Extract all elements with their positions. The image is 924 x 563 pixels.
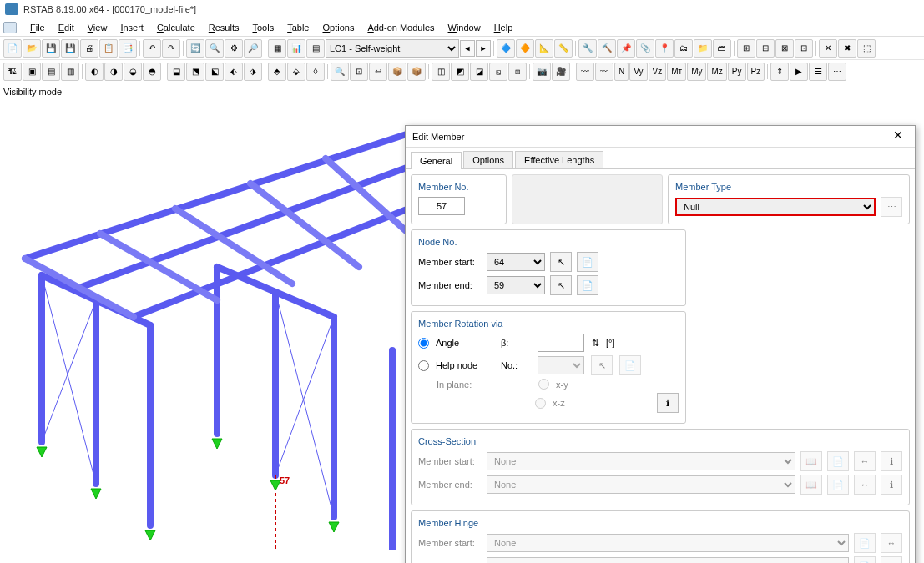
redo-icon[interactable]: ↷ (162, 39, 180, 58)
spinner-buttons-icon[interactable]: ⇅ (591, 338, 599, 349)
prev-loadcase-icon[interactable]: ◄ (460, 40, 475, 57)
undo-icon[interactable]: ↶ (143, 39, 161, 58)
menu-edit[interactable]: Edit (52, 20, 81, 35)
rotation-angle-radio[interactable] (418, 338, 429, 349)
filter-4-icon[interactable]: ⬖ (225, 63, 243, 81)
member-type-selector[interactable]: Null (675, 198, 876, 216)
member-no-input[interactable] (418, 197, 465, 215)
cam-1-icon[interactable]: 📷 (533, 63, 551, 81)
cs-start-selector[interactable]: None (487, 452, 795, 470)
new-end-node-icon[interactable]: 📄 (577, 275, 598, 295)
cs-end-library-icon[interactable]: 📖 (800, 475, 822, 495)
new-start-node-icon[interactable]: 📄 (577, 252, 598, 272)
pick-start-node-icon[interactable]: ↖ (550, 252, 572, 272)
tool-a-icon[interactable]: 🔧 (578, 39, 597, 58)
tab-options[interactable]: Options (463, 151, 513, 168)
tool-g-icon[interactable]: 📁 (694, 39, 712, 58)
tool-l-icon[interactable]: ⊡ (795, 39, 813, 58)
saveall-icon[interactable]: 💾 (61, 39, 79, 58)
dialog-titlebar[interactable]: Edit Member ✕ (406, 126, 915, 148)
zoom-window-icon[interactable]: 🔍 (331, 63, 349, 81)
view-1-icon[interactable]: 🔷 (497, 39, 515, 58)
box-2-icon[interactable]: 📦 (407, 63, 426, 81)
grid-icon[interactable]: ▦ (268, 39, 286, 58)
rotation-helpnode-radio[interactable] (418, 360, 429, 371)
menu-view[interactable]: View (81, 20, 114, 35)
menu-options[interactable]: Options (316, 20, 361, 35)
member-start-node-selector[interactable]: 64 (487, 253, 545, 271)
tool-j-icon[interactable]: ⊟ (756, 39, 775, 58)
box-1-icon[interactable]: 📦 (388, 63, 406, 81)
cs-start-info-icon[interactable]: ℹ (881, 451, 902, 471)
menu-help[interactable]: Help (487, 20, 520, 35)
view-iso-icon[interactable]: 🏗 (3, 63, 22, 81)
plane-xz-radio[interactable] (535, 398, 546, 409)
cs-end-pick-icon[interactable]: ↔ (854, 475, 876, 495)
hinge-start-edit-icon[interactable]: ↔ (881, 533, 902, 553)
display-1-icon[interactable]: ⬘ (268, 63, 286, 81)
tool-c-icon[interactable]: 📌 (617, 39, 635, 58)
tool-h-icon[interactable]: 🗃 (713, 39, 731, 58)
tab-general[interactable]: General (411, 152, 462, 169)
view-2-icon[interactable]: 🔶 (516, 39, 534, 58)
zoom-fit-icon[interactable]: ⊡ (350, 63, 368, 81)
beta-input[interactable] (538, 334, 584, 352)
tool-b-icon[interactable]: 🔨 (598, 39, 616, 58)
cs-start-new-icon[interactable]: 📄 (827, 451, 849, 471)
display-2-icon[interactable]: ⬙ (287, 63, 305, 81)
filter-3-icon[interactable]: ⬕ (205, 63, 224, 81)
calculate-icon[interactable]: ⚙ (225, 39, 243, 58)
render-2-icon[interactable]: ◑ (104, 63, 123, 81)
menu-addon-modules[interactable]: Add-on Modules (361, 20, 441, 35)
scale-icon[interactable]: ⇕ (770, 63, 789, 81)
menu-calculate[interactable]: Calculate (150, 20, 202, 35)
sel-4-icon[interactable]: ⧅ (489, 63, 507, 81)
view-top-icon[interactable]: ▣ (23, 63, 41, 81)
more-icon[interactable]: ⋯ (828, 63, 846, 81)
display-3-icon[interactable]: ◊ (306, 63, 325, 81)
cs-start-library-icon[interactable]: 📖 (800, 451, 822, 471)
printpreview-icon[interactable]: 📋 (99, 39, 118, 58)
menu-table[interactable]: Table (280, 20, 316, 35)
tool-f-icon[interactable]: 🗂 (674, 39, 693, 58)
reaction-py-icon[interactable]: Py (728, 63, 746, 81)
moment-my-icon[interactable]: My (687, 63, 706, 81)
pick-helpnode-icon[interactable]: ↖ (591, 355, 613, 375)
cs-start-pick-icon[interactable]: ↔ (854, 451, 876, 471)
plane-xy-radio[interactable] (538, 379, 549, 390)
tab-effective-lengths[interactable]: Effective Lengths (515, 151, 603, 168)
cam-2-icon[interactable]: 🎥 (552, 63, 570, 81)
render-1-icon[interactable]: ◐ (85, 63, 104, 81)
menu-tools[interactable]: Tools (245, 20, 280, 35)
tool-i-icon[interactable]: ⊞ (737, 39, 755, 58)
cs-end-selector[interactable]: None (487, 475, 795, 494)
hinge-start-selector[interactable]: None (487, 534, 849, 552)
menu-insert[interactable]: Insert (114, 20, 150, 35)
render-3-icon[interactable]: ◒ (124, 63, 142, 81)
menu-window[interactable]: Window (442, 20, 487, 35)
sel-2-icon[interactable]: ◩ (451, 63, 469, 81)
res-2-icon[interactable]: 〰 (595, 63, 613, 81)
sel-3-icon[interactable]: ◪ (470, 63, 488, 81)
view-front-icon[interactable]: ▤ (42, 63, 60, 81)
force-vz-icon[interactable]: Vz (649, 63, 667, 81)
copy-icon[interactable]: 📑 (119, 39, 137, 58)
hinge-end-new-icon[interactable]: 📄 (854, 556, 876, 563)
cs-end-new-icon[interactable]: 📄 (827, 475, 849, 495)
moment-mt-icon[interactable]: Mт (667, 63, 686, 81)
sel-5-icon[interactable]: ⧆ (508, 63, 527, 81)
print-icon[interactable]: 🖨 (80, 39, 98, 58)
sel-1-icon[interactable]: ◫ (432, 63, 450, 81)
reaction-pz-icon[interactable]: Pz (747, 63, 765, 81)
tool-m-icon[interactable]: ✕ (819, 39, 837, 58)
find-icon[interactable]: 🔍 (205, 39, 224, 58)
filter-2-icon[interactable]: ⬔ (186, 63, 204, 81)
tool-d-icon[interactable]: 📎 (636, 39, 654, 58)
view-side-icon[interactable]: ▥ (61, 63, 79, 81)
filter-1-icon[interactable]: ⬓ (167, 63, 185, 81)
close-icon[interactable]: ✕ (888, 128, 908, 145)
list-icon[interactable]: ☰ (809, 63, 827, 81)
tool-e-icon[interactable]: 📍 (655, 39, 674, 58)
save-icon[interactable]: 💾 (42, 39, 60, 58)
tool-n-icon[interactable]: ✖ (838, 39, 856, 58)
